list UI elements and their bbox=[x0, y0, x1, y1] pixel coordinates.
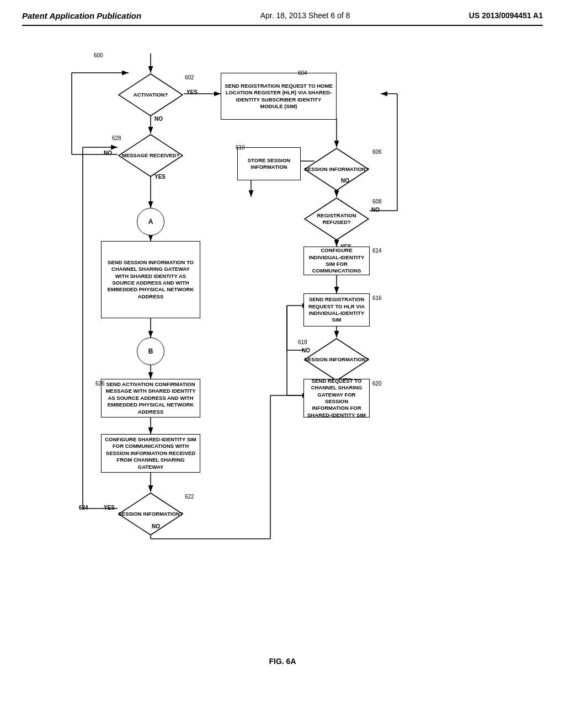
label-606-no: NO bbox=[341, 178, 349, 184]
ref-620: 620 bbox=[372, 381, 382, 387]
box-session-info-text: SEND SESSION INFORMATION TO CHANNEL SHAR… bbox=[105, 259, 196, 300]
diamond-608-text: REGISTRATION REFUSED? bbox=[303, 212, 370, 226]
box-616: SEND REGISTRATION REQUEST TO HLR VIA IND… bbox=[303, 293, 370, 326]
label-622-yes: YES bbox=[104, 505, 115, 511]
label-602-no: NO bbox=[154, 116, 163, 122]
ref-602: 602 bbox=[185, 74, 194, 81]
label-602-yes: YES bbox=[186, 89, 198, 95]
box-614-text: CONFIGURE INDIVIDUAL-IDENTITY SIM FOR CO… bbox=[307, 247, 366, 274]
diamond-602-text: ACTIVATION? bbox=[134, 92, 168, 98]
box-session-info: SEND SESSION INFORMATION TO CHANNEL SHAR… bbox=[101, 241, 200, 318]
diamond-618: SESSION INFORMATION? bbox=[303, 338, 370, 382]
diamond-606-text: SESSION INFORMATION? bbox=[305, 166, 369, 173]
box-614: CONFIGURE INDIVIDUAL-IDENTITY SIM FOR CO… bbox=[303, 247, 370, 275]
diamond-618-text: SESSION INFORMATION? bbox=[305, 356, 369, 363]
box-610-text: STORE SESSION INFORMATION bbox=[241, 157, 297, 171]
ref-600: 600 bbox=[94, 52, 103, 58]
header-left: Patent Application Publication bbox=[22, 11, 141, 20]
box-configure-shared-text: CONFIGURE SHARED-IDENTITY SIM FOR COMMUN… bbox=[105, 436, 196, 470]
ref-614: 614 bbox=[372, 248, 382, 254]
box-604-text: SEND REGISTRATION REQUEST TO HOME LOCATI… bbox=[225, 83, 333, 110]
box-616-text: SEND REGISTRATION REQUEST TO HLR VIA IND… bbox=[307, 296, 366, 323]
label-608-no: NO bbox=[371, 207, 380, 213]
label-618-no: NO bbox=[302, 347, 310, 354]
arrows-svg bbox=[22, 37, 543, 671]
box-604: SEND REGISTRATION REQUEST TO HOME LOCATI… bbox=[221, 73, 337, 120]
ref-628: 628 bbox=[112, 135, 121, 141]
box-626: SEND ACTIVATION CONFIRMATION MESSAGE WIT… bbox=[101, 379, 200, 417]
ref-626: 626 bbox=[95, 381, 105, 387]
figure-caption: FIG. 6A bbox=[22, 657, 543, 666]
diagram-area: 600 ACTIVATION? 602 YES NO SEND REGISTRA… bbox=[22, 37, 543, 671]
ref-622: 622 bbox=[185, 494, 194, 500]
circle-B: B bbox=[137, 338, 164, 365]
diamond-622: SESSION INFORMATION? bbox=[118, 492, 184, 536]
diamond-606: SESSION INFORMATION? bbox=[303, 147, 370, 191]
header-center: Apr. 18, 2013 Sheet 6 of 8 bbox=[260, 11, 350, 20]
header-right: US 2013/0094451 A1 bbox=[469, 11, 543, 20]
diamond-608: REGISTRATION REFUSED? bbox=[303, 197, 370, 241]
ref-604: 604 bbox=[298, 70, 307, 76]
ref-624: 624 bbox=[79, 505, 88, 511]
diamond-622-text: SESSION INFORMATION? bbox=[119, 511, 183, 517]
ref-608: 608 bbox=[372, 199, 382, 205]
label-628-yes: YES bbox=[154, 174, 166, 180]
ref-606: 606 bbox=[372, 149, 382, 155]
diamond-602: ACTIVATION? bbox=[118, 73, 184, 117]
box-610: STORE SESSION INFORMATION bbox=[237, 147, 301, 180]
diamond-628-text: MESSAGE RECEIVED? bbox=[122, 152, 180, 159]
diamond-628: MESSAGE RECEIVED? bbox=[118, 133, 184, 178]
label-628-no: NO bbox=[104, 150, 112, 156]
page-header: Patent Application Publication Apr. 18, … bbox=[22, 11, 543, 26]
box-620-text: SEND REQUEST TO CHANNEL SHARING GATEWAY … bbox=[307, 378, 366, 419]
circle-A: A bbox=[137, 208, 164, 235]
page: Patent Application Publication Apr. 18, … bbox=[0, 0, 565, 728]
box-620: SEND REQUEST TO CHANNEL SHARING GATEWAY … bbox=[303, 379, 370, 417]
ref-616: 616 bbox=[372, 295, 382, 301]
box-626-text: SEND ACTIVATION CONFIRMATION MESSAGE WIT… bbox=[105, 381, 196, 415]
ref-610: 610 bbox=[236, 144, 245, 151]
circle-A-text: A bbox=[148, 218, 153, 226]
ref-618: 618 bbox=[298, 339, 307, 345]
box-configure-shared: CONFIGURE SHARED-IDENTITY SIM FOR COMMUN… bbox=[101, 434, 200, 473]
circle-B-text: B bbox=[148, 347, 153, 355]
label-622-no: NO bbox=[152, 523, 160, 529]
